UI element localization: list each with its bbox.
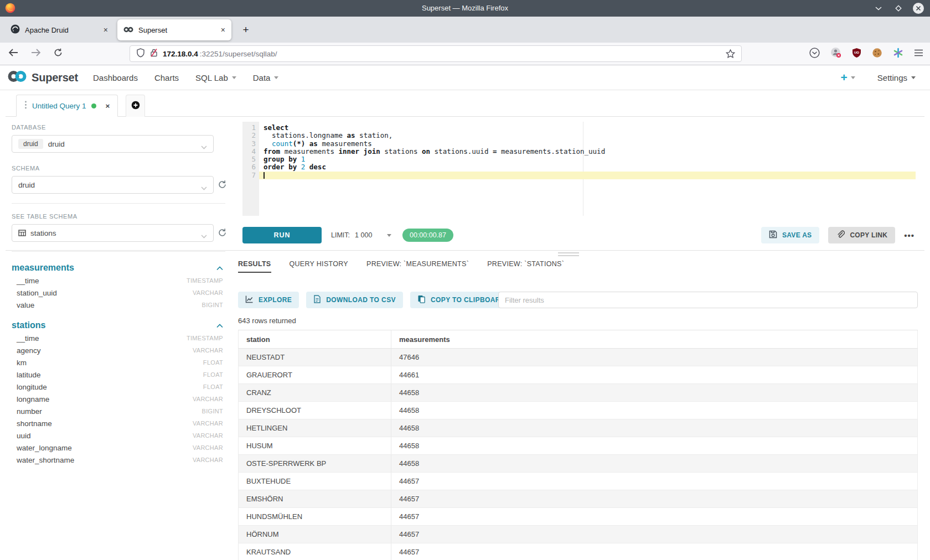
schema-column-row: water_shortnameVARCHAR <box>12 454 225 466</box>
table-row[interactable]: DREYSCHLOOT44658 <box>239 402 918 419</box>
table-row[interactable]: EMSHÖRN44657 <box>239 490 918 508</box>
multi-account-icon[interactable] <box>893 48 903 60</box>
table-row[interactable]: HÖRNUM44657 <box>239 526 918 543</box>
query-timer-badge: 00:00:00.87 <box>402 229 453 242</box>
code-line[interactable]: select <box>259 124 916 132</box>
code-line[interactable]: from measurements inner join stations on… <box>259 148 916 155</box>
download-csv-button[interactable]: DOWNLOAD TO CSV <box>306 292 403 308</box>
drag-dots-icon[interactable] <box>24 101 27 111</box>
table-row[interactable]: CRANZ44658 <box>239 384 918 402</box>
column-name: __time <box>17 334 39 343</box>
explore-button[interactable]: EXPLORE <box>238 292 299 308</box>
schema-column-row: shortnameVARCHAR <box>12 417 225 429</box>
lock-slash-icon[interactable] <box>150 48 158 59</box>
new-tab-button[interactable]: + <box>238 22 254 38</box>
tab-preview-measurements[interactable]: PREVIEW: `MEASUREMENTS` <box>366 260 469 273</box>
tab-close-icon[interactable]: × <box>221 25 225 34</box>
table-row[interactable]: OSTE-SPERRWERK BP44658 <box>239 455 918 473</box>
extension-disabled-icon[interactable] <box>830 47 841 60</box>
brand-title[interactable]: Superset <box>32 71 78 84</box>
column-name: value <box>17 301 34 309</box>
code-line[interactable]: count(*) as measurements <box>259 140 916 148</box>
table-cell: KRAUTSAND <box>239 543 391 560</box>
schema-column-row: valueBIGINT <box>12 299 225 311</box>
schema-table-header[interactable]: stations <box>12 319 225 332</box>
query-tab-active[interactable]: Untitled Query 1 × <box>16 95 118 117</box>
refresh-schemas-icon[interactable] <box>218 180 227 189</box>
tab-close-icon[interactable]: × <box>104 25 108 34</box>
table-row[interactable]: HUSUM44658 <box>239 437 918 455</box>
filter-results-input[interactable] <box>498 292 918 308</box>
table-row[interactable]: HUNDSMÜHLEN44657 <box>239 508 918 526</box>
refresh-tables-icon[interactable] <box>218 228 227 237</box>
nav-item-dashboards[interactable]: Dashboards <box>93 73 138 82</box>
table-row[interactable]: BUXTEHUDE44657 <box>239 473 918 490</box>
table-cell: BUXTEHUDE <box>239 473 391 490</box>
nav-item-data[interactable]: Data <box>253 73 279 82</box>
tab-preview-stations[interactable]: PREVIEW: `STATIONS` <box>487 260 564 273</box>
back-icon[interactable] <box>8 49 18 59</box>
code-line[interactable]: stations.longname as station, <box>259 132 916 139</box>
table-row[interactable]: NEUSTADT47646 <box>239 349 918 366</box>
gutter-line-number: 5 <box>242 155 256 163</box>
query-tab-close-icon[interactable]: × <box>106 102 110 110</box>
new-item-button[interactable]: + <box>841 71 855 84</box>
browser-tab-superset[interactable]: Superset × <box>117 19 231 40</box>
database-badge: druid <box>18 139 43 149</box>
pane-drag-handle[interactable] <box>558 252 579 258</box>
limit-label: LIMIT: <box>331 231 350 239</box>
window-close-icon[interactable] <box>912 2 924 14</box>
save-as-button[interactable]: SAVE AS <box>761 227 819 243</box>
nav-item-charts[interactable]: Charts <box>154 73 179 82</box>
code-line-active[interactable] <box>259 172 916 179</box>
window-minimize-icon[interactable] <box>872 2 885 14</box>
superset-favicon-icon <box>123 26 133 34</box>
table-grid-icon <box>18 229 26 237</box>
window-maximize-icon[interactable] <box>892 2 905 14</box>
cookie-icon[interactable] <box>872 48 882 60</box>
schema-table-header[interactable]: measurements <box>12 261 225 274</box>
copy-link-button[interactable]: COPY LINK <box>828 227 895 243</box>
code-line[interactable]: order by 2 desc <box>259 163 916 171</box>
chevron-up-icon[interactable] <box>216 263 223 273</box>
schema-label: SCHEMA <box>12 165 225 172</box>
chevron-down-icon <box>232 76 236 79</box>
database-select[interactable]: druid druid <box>12 135 214 153</box>
column-type: FLOAT <box>203 383 223 390</box>
nav-menu: Dashboards Charts SQL Lab Data <box>93 73 278 82</box>
chevron-down-icon <box>201 232 207 240</box>
column-name: longname <box>17 395 49 403</box>
copy-clipboard-button[interactable]: COPY TO CLIPBOARD <box>410 292 513 308</box>
ublock-icon[interactable]: UO <box>852 48 861 60</box>
shield-icon[interactable] <box>136 48 145 60</box>
results-tab-bar: RESULTS QUERY HISTORY PREVIEW: `MEASUREM… <box>238 260 918 273</box>
tab-results[interactable]: RESULTS <box>238 260 271 273</box>
pocket-icon[interactable] <box>809 48 820 60</box>
table-row[interactable]: GRAUERORT44661 <box>239 366 918 384</box>
more-options-icon[interactable]: ••• <box>904 231 914 240</box>
schema-select[interactable]: druid <box>12 176 214 194</box>
add-query-tab-button[interactable] <box>126 95 145 117</box>
table-row[interactable]: KRAUTSAND44657 <box>239 543 918 560</box>
table-select[interactable]: stations <box>12 224 214 242</box>
chevron-up-icon[interactable] <box>216 320 223 330</box>
bookmark-star-icon[interactable] <box>726 49 735 58</box>
tab-query-history[interactable]: QUERY HISTORY <box>290 260 348 273</box>
code-line[interactable]: group by 1 <box>259 155 916 163</box>
forward-icon[interactable] <box>31 49 41 59</box>
hamburger-menu-icon[interactable] <box>914 49 923 59</box>
superset-logo-icon <box>7 69 28 86</box>
column-header-measurements[interactable]: measurements <box>391 330 918 349</box>
browser-tab-apache-druid[interactable]: Apache Druid × <box>4 19 114 40</box>
limit-control[interactable]: LIMIT: 1 000 <box>331 227 391 243</box>
url-bar[interactable]: 172.18.0.4:32251/superset/sqllab/ <box>130 45 742 62</box>
run-button[interactable]: RUN <box>242 227 322 243</box>
settings-menu[interactable]: Settings <box>877 73 916 82</box>
column-header-station[interactable]: station <box>239 330 391 349</box>
table-row[interactable]: HETLINGEN44658 <box>239 419 918 437</box>
editor-code[interactable]: select stations.longname as station, cou… <box>259 122 916 216</box>
nav-item-sql-lab[interactable]: SQL Lab <box>195 73 236 82</box>
reload-icon[interactable] <box>54 48 63 59</box>
sql-editor[interactable]: 1234567 select stations.longname as stat… <box>242 122 916 216</box>
column-name: number <box>17 407 42 416</box>
